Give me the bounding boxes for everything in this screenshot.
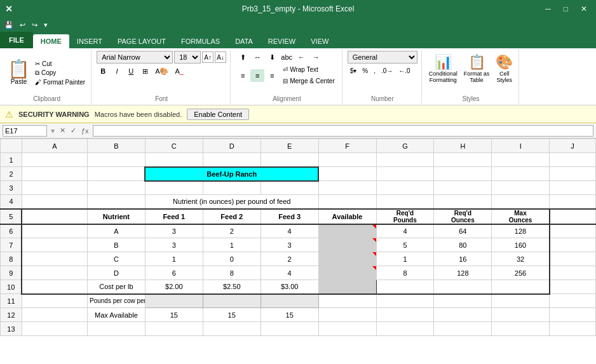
cell-e1[interactable] — [261, 153, 318, 167]
cell-g8[interactable]: 1 — [376, 252, 434, 266]
copy-button[interactable]: ⧉ Copy — [33, 69, 87, 78]
cell-i8[interactable]: 32 — [492, 252, 550, 266]
tab-insert[interactable]: INSERT — [69, 34, 110, 48]
cell-b8[interactable]: C — [87, 252, 145, 266]
col-header-i[interactable]: I — [492, 139, 550, 153]
col-header-j[interactable]: J — [550, 139, 596, 153]
cell-cde2[interactable]: Beef-Up Ranch — [145, 167, 318, 181]
cell-d8[interactable]: 0 — [203, 252, 261, 266]
undo-icon[interactable]: ↩ — [18, 20, 27, 30]
col-header-a[interactable]: A — [22, 139, 87, 153]
cell-a5[interactable] — [22, 209, 87, 224]
cell-f5[interactable]: Available — [318, 209, 376, 224]
cell-c9[interactable]: 6 — [145, 266, 203, 280]
cell-d3[interactable] — [203, 181, 261, 195]
cell-i2[interactable] — [492, 167, 550, 181]
cell-a1[interactable] — [22, 153, 87, 167]
orientation-button[interactable]: abc — [280, 51, 294, 64]
align-right-button[interactable]: ≡ — [265, 69, 279, 82]
cell-b6[interactable]: A — [87, 224, 145, 238]
underline-button[interactable]: U — [125, 65, 137, 78]
cell-i10[interactable] — [492, 280, 550, 294]
fill-color-button[interactable]: A🎨 — [152, 65, 171, 78]
align-middle-button[interactable]: ↔ — [250, 51, 264, 64]
cell-h4[interactable] — [434, 195, 492, 209]
cell-i6[interactable]: 128 — [492, 224, 550, 238]
cell-d6[interactable]: 2 — [203, 224, 261, 238]
format-as-table-button[interactable]: 📋 Format asTable — [462, 52, 492, 85]
cell-g2[interactable] — [376, 167, 434, 181]
cell-e12[interactable]: 15 — [261, 308, 318, 322]
cell-g11[interactable] — [376, 294, 434, 308]
cell-a13[interactable] — [22, 322, 87, 336]
cell-h9[interactable]: 128 — [434, 266, 492, 280]
cell-i4[interactable] — [492, 195, 550, 209]
cell-c6[interactable]: 3 — [145, 224, 203, 238]
cell-d10[interactable]: $2.50 — [203, 280, 261, 294]
cell-g7[interactable]: 5 — [376, 238, 434, 252]
cell-f13[interactable] — [318, 322, 376, 336]
font-size-increase-button[interactable]: A↑ — [202, 51, 213, 63]
paste-button[interactable]: 📋 Paste — [6, 59, 31, 86]
tab-formulas[interactable]: FORMULAS — [173, 34, 227, 48]
border-button[interactable]: ⊞ — [139, 65, 151, 78]
cell-g12[interactable] — [376, 308, 434, 322]
cell-b9[interactable]: D — [87, 266, 145, 280]
tab-file[interactable]: FILE — [0, 32, 33, 48]
wrap-text-button[interactable]: ⏎ Wrap Text — [280, 64, 338, 75]
cell-a4[interactable] — [22, 195, 87, 209]
cell-d11[interactable] — [203, 294, 261, 308]
decrease-decimal-button[interactable]: ←.0 — [396, 64, 412, 77]
font-color-button[interactable]: A_ — [172, 65, 186, 78]
cell-g1[interactable] — [376, 153, 434, 167]
cell-i9[interactable]: 256 — [492, 266, 550, 280]
tab-data[interactable]: DATA — [227, 34, 261, 48]
col-header-c[interactable]: C — [145, 139, 203, 153]
cell-c1[interactable] — [145, 153, 203, 167]
cell-cde4[interactable]: Nutrient (in ounces) per pound of feed — [145, 195, 318, 209]
number-format-select[interactable]: General — [348, 51, 417, 64]
cell-a6[interactable] — [22, 224, 87, 238]
percent-button[interactable]: % — [360, 64, 370, 77]
format-painter-button[interactable]: 🖌 Format Painter — [33, 78, 87, 86]
col-header-e[interactable]: E — [261, 139, 318, 153]
confirm-formula-button[interactable]: ✓ — [69, 126, 78, 135]
align-top-button[interactable]: ⬆ — [236, 51, 250, 64]
cell-j5[interactable] — [550, 209, 596, 224]
cell-f12[interactable] — [318, 308, 376, 322]
cell-i13[interactable] — [492, 322, 550, 336]
cell-f9[interactable] — [318, 266, 376, 280]
cell-d12[interactable]: 15 — [203, 308, 261, 322]
increase-decimal-button[interactable]: .0→ — [379, 64, 395, 77]
align-left-button[interactable]: ≡ — [236, 69, 250, 82]
cell-f3[interactable] — [318, 181, 376, 195]
cell-i1[interactable] — [492, 153, 550, 167]
insert-function-button[interactable]: ƒx — [80, 127, 90, 135]
col-header-g[interactable]: G — [376, 139, 434, 153]
cell-d13[interactable] — [203, 322, 261, 336]
cell-h6[interactable]: 64 — [434, 224, 492, 238]
cell-reference-box[interactable] — [3, 125, 47, 137]
cell-b10[interactable]: Cost per lb — [87, 280, 145, 294]
cell-g13[interactable] — [376, 322, 434, 336]
align-center-button[interactable]: ≡ — [250, 69, 264, 82]
col-header-b[interactable]: B — [87, 139, 145, 153]
col-header-f[interactable]: F — [318, 139, 376, 153]
cell-h3[interactable] — [434, 181, 492, 195]
cell-f8[interactable] — [318, 252, 376, 266]
cell-e6[interactable]: 4 — [261, 224, 318, 238]
cell-f6[interactable] — [318, 224, 376, 238]
cell-b3[interactable] — [87, 181, 145, 195]
cell-b12[interactable]: Max Available — [87, 308, 145, 322]
font-size-select[interactable]: 18 — [174, 51, 201, 64]
cell-b13[interactable] — [87, 322, 145, 336]
cell-i11[interactable] — [492, 294, 550, 308]
cell-h2[interactable] — [434, 167, 492, 181]
formula-input[interactable] — [93, 125, 593, 137]
tab-home[interactable]: HOME — [33, 34, 69, 48]
indent-increase-button[interactable]: → — [309, 51, 323, 64]
cell-h1[interactable] — [434, 153, 492, 167]
cell-e3[interactable] — [261, 181, 318, 195]
currency-button[interactable]: $▾ — [348, 64, 360, 77]
cell-j2[interactable] — [550, 167, 596, 181]
